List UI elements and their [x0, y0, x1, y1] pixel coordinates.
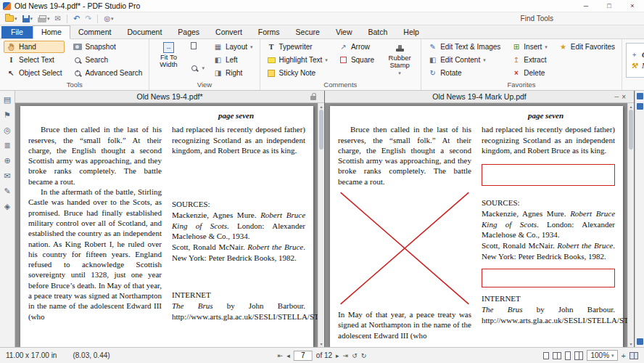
tags-panel-icon[interactable]: ◈ [1, 201, 13, 211]
square-annotation-button[interactable]: Square [336, 54, 377, 66]
tab-pages[interactable]: Pages [170, 26, 207, 38]
sync-lock-icon[interactable] [310, 96, 316, 100]
tab-comment[interactable]: Comment [70, 26, 120, 38]
rotate-right-button[interactable]: ◨ Right [210, 67, 256, 79]
comments-panel-icon[interactable]: ✉ [1, 171, 13, 181]
search-button[interactable]: Search [70, 54, 145, 66]
arrow-annotation-button[interactable]: ↗ Arrow [336, 41, 377, 53]
left-pane-scrollbar[interactable]: ▴ ▾ [318, 103, 324, 347]
left-pane-view[interactable]: page seven Bruce then called in the last… [15, 103, 324, 347]
attachments-panel-icon[interactable]: ⊕ [1, 155, 13, 166]
scrollbar-thumb[interactable] [319, 110, 323, 150]
tab-document[interactable]: Document [119, 26, 170, 38]
next-view-button[interactable]: ↻ [361, 352, 367, 359]
rubber-stamp-button[interactable]: Rubber Stamp ▾ [382, 41, 417, 77]
create-new-signature-button[interactable]: + Create New [629, 50, 644, 60]
destinations-panel-icon[interactable]: ◎ [1, 125, 13, 135]
object-select-button[interactable]: ↖ Object Select [4, 67, 65, 79]
manage-signatures-button[interactable]: ⚒ Manage [629, 61, 644, 70]
scroll-up-icon[interactable]: ▴ [628, 104, 634, 109]
scroll-down-icon[interactable]: ▾ [628, 341, 634, 346]
print-button[interactable]: ▾ [36, 15, 51, 23]
open-button[interactable]: ▾ [4, 15, 19, 23]
next-page-button[interactable]: ▸ [336, 352, 339, 359]
panel-toggle-button[interactable] [637, 103, 643, 110]
first-page-button[interactable]: ⇤ [278, 352, 284, 359]
sticky-note-icon [267, 68, 276, 78]
internet-heading: INTERNET [482, 293, 615, 303]
pane-minimize-icon[interactable]: ─ [614, 94, 619, 100]
tab-convert[interactable]: Convert [207, 26, 250, 38]
scroll-up-icon[interactable]: ▴ [318, 104, 324, 109]
extract-button[interactable]: ↥ Extract [508, 54, 550, 66]
advanced-search-button[interactable]: Advanced Search [70, 67, 145, 79]
square-icon [339, 55, 348, 65]
arrow-icon: ↗ [339, 42, 348, 52]
tab-batch[interactable]: Batch [360, 26, 395, 38]
zoom-level-value: 100% [590, 351, 609, 359]
redo-button[interactable]: ↷ [83, 13, 93, 24]
select-text-button[interactable]: I Select Text [4, 54, 65, 66]
signatures-panel-icon[interactable]: ✎ [1, 186, 13, 196]
edit-text-images-button[interactable]: ✎ Edit Text & Images [425, 41, 503, 53]
undo-button[interactable]: ↶ [72, 13, 81, 24]
right-pane-scrollbar[interactable]: ▴ ▾ [627, 103, 634, 347]
insert-icon: ⊞ [511, 42, 521, 52]
left-pane-tab[interactable]: Old News 19-4.pdf* [15, 91, 324, 103]
close-button[interactable]: × [621, 0, 644, 12]
minimize-button[interactable]: ─ [574, 0, 598, 12]
deletion-cross-out-markup[interactable] [338, 190, 471, 306]
single-page-view-icon[interactable] [543, 352, 549, 359]
panel-toggle-button[interactable] [637, 338, 643, 345]
snapshot-button[interactable]: Snapshot [70, 41, 145, 53]
scroll-down-icon[interactable]: ▾ [318, 341, 324, 346]
sticky-note-button[interactable]: Sticky Note [264, 67, 331, 79]
hand-tool-button[interactable]: Hand [4, 41, 65, 53]
previous-page-button[interactable]: ◂ [286, 352, 290, 359]
insert-button[interactable]: ⊞ Insert ▾ [508, 41, 550, 53]
delete-button[interactable]: × Delete [508, 67, 550, 79]
last-page-button[interactable]: ⇥ [343, 352, 349, 359]
page-number-input[interactable] [294, 351, 313, 361]
highlight-text-button[interactable]: Highlight Text ▾ [264, 54, 331, 66]
edit-content-button[interactable]: ◧ Edit Content ▾ [425, 54, 503, 66]
tab-file[interactable]: File [1, 26, 33, 38]
right-pane-tab[interactable]: Old News 19-4 Mark Up.pdf ─ × [325, 91, 634, 103]
bookmarks-panel-icon[interactable]: ⚑ [1, 110, 13, 120]
rotate-button[interactable]: ↻ Rotate [425, 67, 503, 79]
wrench-icon: ⚒ [629, 61, 639, 70]
rectangle-markup[interactable] [482, 269, 615, 287]
tab-secure[interactable]: Secure [288, 26, 328, 38]
view-tool-button[interactable]: ◎ ▾ [102, 14, 115, 23]
internet-heading: INTERNET [172, 290, 305, 300]
email-button[interactable]: ✉ [54, 14, 62, 23]
continuous-view-icon[interactable] [565, 351, 571, 360]
layout-button[interactable]: ▦ Layout ▾ [210, 41, 256, 53]
tab-help[interactable]: Help [395, 26, 427, 38]
typewriter-button[interactable]: T Typewriter [264, 41, 331, 53]
continuous-facing-view-icon[interactable] [574, 351, 583, 360]
scrollbar-thumb[interactable] [629, 110, 633, 150]
panel-toggle-button[interactable] [637, 93, 643, 99]
maximize-button[interactable]: □ [598, 0, 621, 12]
hand-tool-label: Hand [19, 43, 36, 51]
tab-view[interactable]: View [328, 26, 360, 38]
zoom-in-button[interactable]: + [622, 351, 626, 360]
right-pane-view[interactable]: page seven Bruce then called in the last… [325, 103, 634, 347]
facing-pages-view-icon[interactable] [553, 352, 561, 359]
tab-home[interactable]: Home [33, 25, 70, 39]
thumbnails-panel-icon[interactable]: ▤ [1, 94, 13, 105]
previous-view-button[interactable]: ↺ [352, 352, 358, 359]
edit-favorites-button[interactable]: ★ Edit Favorites [556, 41, 618, 53]
layers-panel-icon[interactable]: ≣ [1, 140, 13, 150]
find-tools-link[interactable]: Find Tools [521, 15, 640, 23]
rectangle-markup[interactable] [482, 164, 615, 186]
pane-close-icon[interactable]: × [622, 93, 626, 101]
rotate-left-button[interactable]: ◧ Left [210, 54, 256, 66]
save-button[interactable]: ▾ [21, 15, 35, 23]
fit-to-width-button[interactable]: ↔ Fit To Width [153, 41, 183, 70]
fullscreen-button[interactable] [629, 352, 638, 359]
zoom-control[interactable]: 100% ▾ [587, 350, 617, 361]
tab-forms[interactable]: Forms [250, 26, 288, 38]
zoom-tool-button[interactable]: ▾ [189, 62, 205, 74]
